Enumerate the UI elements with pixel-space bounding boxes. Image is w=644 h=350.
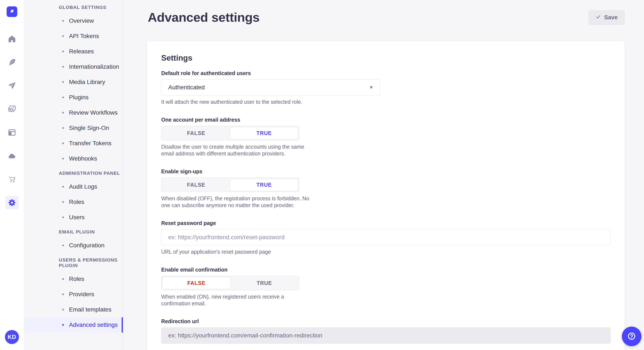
one-account-toggle: FALSE TRUE: [161, 126, 299, 140]
sidebar-item-advanced-settings[interactable]: Advanced settings: [24, 317, 123, 333]
help-question-icon: [627, 332, 636, 342]
sidebar-item-email-configuration[interactable]: Configuration: [24, 238, 123, 253]
save-button[interactable]: Save: [589, 10, 624, 25]
field-label: One account per email address: [161, 117, 610, 123]
nav-section-global-settings: GLOBAL SETTINGS Overview API Tokens Rele…: [24, 5, 123, 166]
bullet-icon: [62, 97, 64, 98]
content-manager-icon[interactable]: [5, 126, 19, 139]
one-account-false-option[interactable]: FALSE: [162, 127, 230, 139]
bullet-icon: [62, 216, 64, 218]
bullet-icon: [62, 186, 64, 187]
page-header: Advanced settings Save: [123, 0, 644, 25]
sidebar-item-review-workflows[interactable]: Review Workflows: [24, 105, 123, 120]
nav-section-header: EMAIL PLUGIN: [24, 229, 123, 235]
enable-signups-true-option[interactable]: TRUE: [230, 178, 298, 191]
sidebar-item-plugins[interactable]: Plugins: [24, 90, 123, 105]
field-hint: When enabled (ON), new registered users …: [161, 293, 310, 307]
field-enable-signups: Enable sign-ups FALSE TRUE When disabled…: [161, 169, 610, 209]
sidebar-item-up-roles[interactable]: Roles: [24, 271, 123, 287]
icon-rail: KD: [0, 0, 24, 350]
nav-section-email-plugin: EMAIL PLUGIN Configuration: [24, 229, 123, 253]
field-label: Enable email confirmation: [161, 267, 610, 273]
field-hint: It will attach the new authenticated use…: [161, 98, 610, 105]
email-confirmation-toggle: FALSE TRUE: [161, 276, 299, 290]
bullet-icon: [62, 66, 64, 68]
field-reset-password: Reset password page URL of your applicat…: [161, 220, 610, 255]
nav-section-header: USERS & PERMISSIONS PLUGIN: [24, 257, 123, 268]
field-label: Redirection url: [161, 318, 610, 325]
sidebar-item-transfer-tokens[interactable]: Transfer Tokens: [24, 136, 123, 151]
nav-section-users-permissions-plugin: USERS & PERMISSIONS PLUGIN Roles Provide…: [24, 257, 123, 333]
nav-section-header: ADMINISTRATION PANEL: [24, 171, 123, 176]
field-hint: When disabled (OFF), the registration pr…: [161, 195, 310, 209]
bullet-icon: [62, 81, 64, 83]
sidebar-item-providers[interactable]: Providers: [24, 287, 123, 302]
chevron-down-icon: ▼: [369, 85, 373, 90]
sidebar-item-internationalization[interactable]: Internationalization: [24, 59, 123, 74]
email-confirmation-true-option[interactable]: TRUE: [230, 277, 298, 289]
field-label: Default role for authenticated users: [161, 70, 610, 76]
reset-password-input[interactable]: [161, 229, 610, 245]
bullet-icon: [62, 293, 64, 295]
sidebar-item-api-tokens[interactable]: API Tokens: [24, 28, 123, 44]
sidebar-item-overview[interactable]: Overview: [24, 13, 123, 28]
field-one-account: One account per email address FALSE TRUE…: [161, 117, 610, 157]
sidebar-item-releases[interactable]: Releases: [24, 44, 123, 59]
bullet-icon: [62, 324, 64, 326]
settings-card: Settings Default role for authenticated …: [147, 41, 624, 350]
main-content: Advanced settings Save Settings Default …: [123, 0, 644, 350]
settings-subnav: GLOBAL SETTINGS Overview API Tokens Rele…: [24, 0, 123, 350]
redirection-url-input[interactable]: [161, 328, 610, 344]
bullet-icon: [62, 201, 64, 203]
select-value: Authenticated: [168, 84, 205, 91]
deploy-icon[interactable]: [5, 79, 19, 93]
bullet-icon: [62, 112, 64, 114]
enable-signups-toggle: FALSE TRUE: [161, 177, 299, 192]
settings-icon[interactable]: [5, 196, 19, 209]
media-library-icon[interactable]: [5, 102, 19, 116]
rail-divider: [0, 22, 24, 23]
field-label: Reset password page: [161, 220, 610, 226]
marketplace-icon[interactable]: [5, 173, 19, 186]
enable-signups-false-option[interactable]: FALSE: [162, 178, 230, 191]
bullet-icon: [62, 278, 64, 280]
sidebar-item-email-templates[interactable]: Email templates: [24, 302, 123, 317]
help-button[interactable]: [622, 327, 642, 346]
field-hint: Disallow the user to create multiple acc…: [161, 143, 310, 157]
sidebar-item-webhooks[interactable]: Webhooks: [24, 151, 123, 166]
bullet-icon: [62, 127, 64, 129]
field-redirection-url: Redirection url: [161, 318, 610, 344]
settings-heading: Settings: [161, 54, 610, 62]
bullet-icon: [62, 51, 64, 52]
workspace-logo-button[interactable]: [6, 6, 17, 17]
cloud-icon[interactable]: [5, 149, 19, 163]
nav-section-header: GLOBAL SETTINGS: [24, 5, 123, 10]
email-confirmation-false-option[interactable]: FALSE: [162, 277, 230, 289]
bullet-icon: [62, 35, 64, 37]
check-icon: [596, 14, 601, 21]
content-type-builder-icon[interactable]: [5, 55, 19, 69]
sidebar-item-admin-roles[interactable]: Roles: [24, 194, 123, 210]
bullet-icon: [62, 309, 64, 311]
default-role-select[interactable]: Authenticated ▼: [161, 79, 380, 95]
page-title: Advanced settings: [148, 9, 260, 25]
field-label: Enable sign-ups: [161, 169, 610, 175]
sidebar-item-media-library[interactable]: Media Library: [24, 74, 123, 90]
strapi-logo-icon: [9, 8, 15, 15]
bullet-icon: [62, 143, 64, 144]
bullet-icon: [62, 245, 64, 246]
field-hint: URL of your application's reset password…: [161, 248, 610, 255]
user-avatar[interactable]: KD: [5, 330, 19, 344]
bullet-icon: [62, 158, 64, 160]
nav-section-administration-panel: ADMINISTRATION PANEL Audit Logs Roles Us…: [24, 171, 123, 225]
home-icon[interactable]: [5, 32, 19, 46]
sidebar-item-single-sign-on[interactable]: Single Sign-On: [24, 120, 123, 136]
field-default-role: Default role for authenticated users Aut…: [161, 70, 610, 105]
one-account-true-option[interactable]: TRUE: [230, 127, 298, 139]
sidebar-item-admin-users[interactable]: Users: [24, 210, 123, 225]
field-email-confirmation: Enable email confirmation FALSE TRUE Whe…: [161, 267, 610, 307]
sidebar-item-audit-logs[interactable]: Audit Logs: [24, 179, 123, 194]
bullet-icon: [62, 20, 64, 22]
